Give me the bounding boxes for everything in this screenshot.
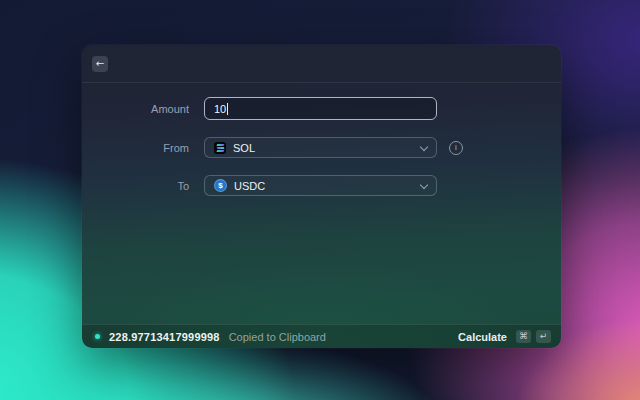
- to-label: To: [82, 180, 189, 192]
- back-button[interactable]: ←: [92, 56, 108, 72]
- command-key-icon: ⌘: [516, 330, 531, 343]
- from-select[interactable]: SOL: [204, 137, 437, 158]
- to-value: USDC: [234, 180, 421, 192]
- to-select[interactable]: $ USDC: [204, 175, 437, 196]
- primary-action-area: Calculate ⌘ ↵: [458, 330, 551, 343]
- to-row: To $ USDC: [82, 175, 561, 196]
- result-area: 228.97713417999998 Copied to Clipboard: [92, 331, 326, 343]
- usdc-token-icon: $: [214, 179, 227, 192]
- amount-input[interactable]: 10: [204, 97, 437, 120]
- from-label: From: [82, 142, 189, 154]
- sol-token-icon: [214, 142, 226, 154]
- status-text: Copied to Clipboard: [229, 331, 326, 343]
- info-icon[interactable]: i: [449, 141, 463, 155]
- chevron-down-icon: [420, 142, 428, 150]
- amount-label: Amount: [82, 103, 189, 115]
- text-cursor: [227, 103, 228, 115]
- back-arrow-icon: ←: [96, 59, 104, 69]
- converter-form: Amount 10 From SOL i To $ USDC: [82, 83, 561, 196]
- usdc-symbol: $: [218, 182, 222, 190]
- calculate-button[interactable]: Calculate: [458, 331, 507, 343]
- action-bar: 228.97713417999998 Copied to Clipboard C…: [82, 324, 561, 348]
- status-dot: [95, 334, 100, 339]
- converter-window: ← Amount 10 From SOL i To: [82, 45, 561, 348]
- amount-row: Amount 10: [82, 97, 561, 120]
- enter-key-icon: ↵: [536, 330, 551, 343]
- result-value: 228.97713417999998: [109, 331, 220, 343]
- from-value: SOL: [233, 142, 421, 154]
- from-row: From SOL i: [82, 137, 561, 158]
- window-header: ←: [82, 45, 561, 83]
- amount-value: 10: [214, 103, 226, 115]
- info-glyph: i: [455, 144, 457, 152]
- chevron-down-icon: [420, 180, 428, 188]
